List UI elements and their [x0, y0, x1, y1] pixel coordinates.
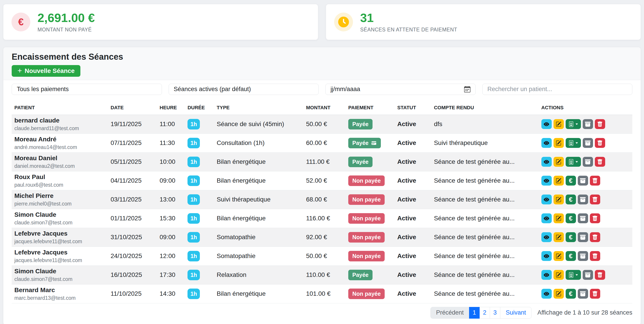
session-time: 14:30: [157, 284, 185, 303]
row-actions: €: [542, 138, 630, 148]
delete-button[interactable]: [595, 119, 605, 129]
payment-filter-select[interactable]: Tous les paiements: [12, 84, 162, 95]
edit-button[interactable]: [554, 213, 564, 223]
session-date: 24/10/2025: [108, 247, 157, 266]
session-report: Séance de test générée au...: [431, 190, 538, 209]
edit-button[interactable]: [554, 270, 564, 280]
session-date: 16/10/2025: [108, 266, 157, 284]
archive-button[interactable]: [578, 176, 588, 186]
invoice-menu-button[interactable]: [566, 119, 581, 129]
credit-card-icon: [371, 141, 377, 145]
pencil-square-icon: [556, 140, 561, 146]
archive-button[interactable]: [578, 251, 588, 261]
pagination-previous[interactable]: Précédent: [430, 307, 469, 319]
trash-icon: [597, 272, 603, 278]
col-header-status: STATUT: [394, 100, 431, 115]
mark-paid-button[interactable]: €: [566, 289, 576, 299]
mark-paid-button[interactable]: €: [566, 195, 576, 204]
duration-badge: 1h: [188, 289, 200, 299]
status: Active: [394, 284, 431, 303]
view-button[interactable]: [542, 176, 552, 186]
pagination-page-3[interactable]: 3: [490, 307, 500, 319]
payment-badge: Payée: [348, 138, 381, 148]
invoice-menu-button[interactable]: [566, 157, 581, 167]
filters-row: Tous les paiements Séances actives (par …: [12, 84, 632, 95]
pagination-next[interactable]: Suivant: [500, 307, 532, 319]
delete-button[interactable]: [590, 195, 600, 204]
file-invoice-icon: [568, 140, 574, 146]
eye-icon: [544, 216, 549, 221]
table-row: Moreau Daniel daniel.moreau2@test.com 05…: [12, 152, 632, 171]
patient-email: jacques.lefebvre11@test.com: [14, 238, 105, 245]
view-button[interactable]: [542, 195, 552, 204]
delete-button[interactable]: [590, 289, 600, 299]
view-button[interactable]: [542, 138, 552, 148]
view-button[interactable]: [542, 251, 552, 261]
delete-button[interactable]: [590, 251, 600, 261]
mark-paid-button[interactable]: €: [566, 251, 576, 261]
edit-button[interactable]: [554, 157, 564, 167]
delete-button[interactable]: [595, 138, 605, 148]
archive-button[interactable]: [583, 138, 593, 148]
status-filter-select[interactable]: Séances actives (par défaut): [169, 84, 319, 95]
archive-button[interactable]: [578, 213, 588, 223]
view-button[interactable]: [542, 232, 552, 242]
mark-paid-button[interactable]: €: [566, 213, 576, 223]
mark-paid-button[interactable]: €: [566, 176, 576, 186]
edit-button[interactable]: [554, 119, 564, 129]
invoice-menu-button[interactable]: [566, 270, 581, 280]
sessions-tbody: bernard claude claude.bernard11@test.com…: [12, 115, 632, 303]
edit-button[interactable]: [554, 251, 564, 261]
eye-icon: [544, 272, 549, 278]
session-report: Séance de test générée au...: [431, 209, 538, 228]
session-date: 01/11/2025: [108, 209, 157, 228]
search-input[interactable]: [482, 84, 632, 95]
session-time: 12:00: [157, 247, 185, 266]
delete-button[interactable]: [595, 270, 605, 280]
archive-button[interactable]: [583, 119, 593, 129]
mark-paid-button[interactable]: €: [566, 232, 576, 242]
trash-icon: [592, 291, 598, 297]
stat-card-unpaid-amount: € 2,691.00 € MONTANT NON PAYÉ: [3, 4, 318, 40]
caret-down-icon: [575, 160, 578, 163]
view-button[interactable]: [542, 157, 552, 167]
session-date: 04/11/2025: [108, 171, 157, 190]
delete-button[interactable]: [590, 213, 600, 223]
invoice-menu-button[interactable]: [566, 138, 581, 148]
archive-button[interactable]: [583, 270, 593, 280]
new-session-button[interactable]: + Nouvelle Séance: [12, 65, 80, 77]
view-button[interactable]: [542, 289, 552, 299]
archive-button[interactable]: [583, 157, 593, 167]
status: Active: [394, 266, 431, 284]
view-button[interactable]: [542, 270, 552, 280]
pagination-page-2[interactable]: 2: [480, 307, 490, 319]
archive-button[interactable]: [578, 195, 588, 204]
edit-button[interactable]: [554, 232, 564, 242]
view-button[interactable]: [542, 213, 552, 223]
stat-card-pending-sessions: 31 SÉANCES EN ATTENTE DE PAIEMENT: [326, 4, 641, 40]
date-filter-input[interactable]: jj/mm/aaaa: [325, 84, 476, 95]
edit-button[interactable]: [554, 289, 564, 299]
col-header-report: COMPTE RENDU: [431, 100, 538, 115]
archive-button[interactable]: [578, 232, 588, 242]
session-time: 09:00: [157, 171, 185, 190]
view-button[interactable]: [542, 119, 552, 129]
trash-icon: [592, 253, 598, 259]
edit-button[interactable]: [554, 195, 564, 204]
pencil-square-icon: [556, 253, 561, 259]
table-row: bernard claude claude.bernard11@test.com…: [12, 115, 632, 133]
duration-badge: 1h: [188, 119, 200, 129]
table-row: Moreau André andré.moreau14@test.com 07/…: [12, 133, 632, 152]
archive-button[interactable]: [578, 289, 588, 299]
patient-email: claude.bernard11@test.com: [14, 125, 105, 132]
eye-icon: [544, 253, 549, 259]
delete-button[interactable]: [595, 157, 605, 167]
archive-icon: [580, 253, 586, 259]
stat-label-unpaid: MONTANT NON PAYÉ: [38, 27, 95, 33]
delete-button[interactable]: [590, 176, 600, 186]
status: Active: [394, 228, 431, 247]
edit-button[interactable]: [554, 138, 564, 148]
delete-button[interactable]: [590, 232, 600, 242]
edit-button[interactable]: [554, 176, 564, 186]
pagination-page-1[interactable]: 1: [469, 307, 480, 319]
